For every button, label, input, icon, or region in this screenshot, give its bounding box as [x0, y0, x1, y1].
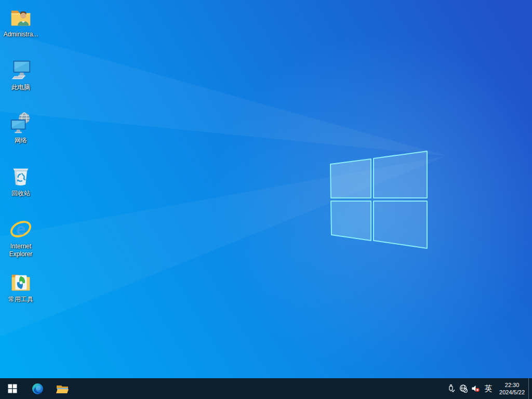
desktop-icon-common-tools[interactable]: 常用工具	[1, 269, 41, 322]
usb-safely-remove-icon[interactable]	[445, 378, 457, 399]
taskbar-explorer-button[interactable]	[50, 378, 75, 399]
this-pc-icon	[9, 59, 33, 83]
desktop-icon-this-pc[interactable]: 此电脑	[1, 57, 41, 110]
taskbar-left	[0, 378, 75, 399]
windows-start-icon	[6, 382, 19, 395]
edge-browser-icon	[31, 382, 44, 395]
taskbar-clock[interactable]: 22:30 2024/5/22	[496, 378, 528, 399]
recycle-bin-icon	[9, 165, 33, 189]
clock-date: 2024/5/22	[499, 389, 525, 396]
start-button[interactable]	[0, 378, 25, 399]
user-folder-icon	[9, 6, 33, 30]
network-icon	[9, 112, 33, 136]
desktop-icon-label: 此电脑	[11, 84, 30, 91]
show-desktop-button[interactable]	[528, 378, 532, 399]
desktop-icon-administrator[interactable]: Administra...	[1, 4, 41, 57]
desktop-icon-label: 常用工具	[8, 296, 33, 303]
clock-time: 22:30	[505, 381, 520, 389]
desktop-icon-label: 网络	[15, 137, 27, 144]
taskbar-tray: 英 22:30 2024/5/22	[445, 378, 532, 399]
desktop[interactable]: Administra... 此电脑	[0, 0, 532, 399]
desktop-icon-label: 回收站	[11, 190, 30, 197]
ime-indicator[interactable]: 英	[481, 378, 496, 399]
desktop-icon-network[interactable]: 网络	[1, 110, 41, 163]
windows10-wallpaper	[0, 0, 532, 399]
taskbar: 英 22:30 2024/5/22	[0, 378, 532, 399]
internet-explorer-icon: e	[9, 218, 33, 242]
network-no-internet-icon[interactable]	[457, 378, 469, 399]
desktop-icon-label: Administra...	[4, 31, 38, 38]
taskbar-edge-button[interactable]	[25, 378, 50, 399]
desktop-icon-column: Administra... 此电脑	[1, 4, 41, 322]
volume-muted-icon[interactable]	[469, 378, 481, 399]
tools-folder-icon	[9, 271, 33, 295]
desktop-icon-internet-explorer[interactable]: e Internet Explorer	[1, 216, 41, 269]
desktop-icon-label: Internet Explorer	[1, 243, 41, 258]
file-explorer-icon	[56, 382, 69, 395]
desktop-icon-recycle-bin[interactable]: 回收站	[1, 163, 41, 216]
